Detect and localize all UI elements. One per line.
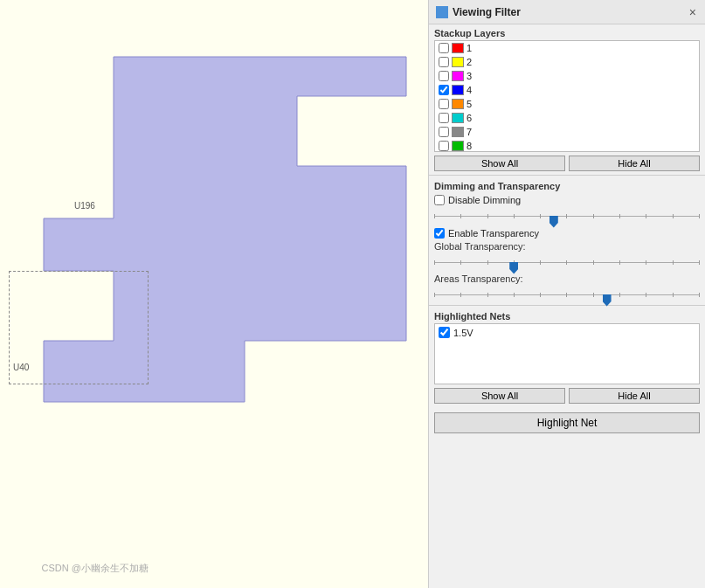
global-transparency-label: Global Transparency: [429, 240, 705, 253]
areas-transparency-label: Areas Transparency: [429, 273, 705, 286]
pcb-svg [0, 0, 428, 507]
enable-transparency-checkbox[interactable] [434, 228, 445, 239]
layer-item: 6 [435, 111, 699, 125]
areas-transparency-slider[interactable] [434, 287, 700, 301]
enable-transparency-label: Enable Transparency [448, 228, 539, 239]
disable-dimming-row: Disable Dimming [429, 193, 705, 207]
layer-item: 2 [435, 55, 699, 69]
stackup-section: Stackup Layers 12345678 Show All Hide Al… [429, 24, 705, 175]
panel-header: Viewing Filter × [429, 0, 705, 24]
layer-name-1: 1 [467, 43, 472, 53]
nets-btn-row: Show All Hide All [429, 384, 705, 407]
layer-color-1 [452, 43, 464, 53]
layer-name-6: 6 [467, 113, 472, 123]
layer-color-3 [452, 71, 464, 81]
layer-name-8: 8 [467, 141, 472, 151]
layer-checkbox-8[interactable] [439, 141, 449, 151]
layer-checkbox-1[interactable] [439, 43, 449, 53]
stackup-btn-row: Show All Hide All [429, 152, 705, 175]
filter-icon [436, 6, 448, 18]
layer-color-6 [452, 113, 464, 123]
stackup-section-label: Stackup Layers [429, 24, 705, 40]
layer-color-5 [452, 99, 464, 109]
net-name-1.5V: 1.5V [453, 328, 473, 338]
layer-name-2: 2 [467, 57, 472, 67]
layer-checkbox-5[interactable] [439, 99, 449, 109]
layers-list[interactable]: 12345678 [434, 40, 700, 152]
highlighted-nets-label: Highlighted Nets [429, 308, 705, 323]
stackup-show-all-button[interactable]: Show All [434, 156, 565, 171]
dimming-section-label: Dimming and Transparency [429, 177, 705, 193]
layer-item: 7 [435, 125, 699, 139]
stackup-hide-all-button[interactable]: Hide All [569, 156, 700, 171]
layer-name-5: 5 [467, 99, 472, 109]
panel-title-area: Viewing Filter [436, 6, 521, 18]
slider-line-1 [434, 216, 700, 217]
layer-checkbox-7[interactable] [439, 127, 449, 137]
slider-ticks-1 [434, 214, 700, 218]
global-transparency-slider-container [429, 253, 705, 273]
layer-checkbox-2[interactable] [439, 57, 449, 67]
panel-title: Viewing Filter [453, 6, 521, 18]
layer-checkbox-4[interactable] [439, 85, 449, 95]
layer-item: 1 [435, 41, 699, 55]
viewing-filter-panel: Viewing Filter × Stackup Layers 12345678… [428, 0, 705, 588]
highlighted-nets-section: Highlighted Nets 1.5V Show All Hide All … [429, 305, 705, 433]
global-transparency-slider[interactable] [434, 255, 700, 269]
layer-item: 3 [435, 69, 699, 83]
highlight-net-button[interactable]: Highlight Net [434, 412, 700, 433]
watermark: CSDN @小幽余生不加糖 [42, 562, 149, 575]
layer-color-8 [452, 141, 464, 151]
areas-transparency-slider-container [429, 286, 705, 305]
label-u196: U196 [74, 201, 95, 211]
dimming-slider[interactable] [434, 209, 700, 223]
disable-dimming-label: Disable Dimming [448, 195, 521, 205]
layer-checkbox-6[interactable] [439, 113, 449, 123]
layer-name-7: 7 [467, 127, 472, 137]
net-checkbox-1.5V[interactable] [439, 327, 450, 338]
layer-color-7 [452, 127, 464, 137]
layer-item: 5 [435, 97, 699, 111]
disable-dimming-checkbox[interactable] [434, 195, 445, 205]
layer-name-3: 3 [467, 71, 472, 81]
nets-list[interactable]: 1.5V [434, 323, 700, 384]
close-button[interactable]: × [688, 6, 698, 18]
dimming-slider-container [429, 207, 705, 226]
slider-ticks-2 [434, 260, 700, 265]
slider-line-3 [434, 294, 700, 295]
layer-color-4 [452, 85, 464, 95]
slider-line-2 [434, 262, 700, 263]
nets-hide-all-button[interactable]: Hide All [569, 388, 700, 404]
selection-box [9, 271, 149, 384]
dimming-section: Dimming and Transparency Disable Dimming [429, 175, 705, 305]
layer-item: 8 [435, 139, 699, 152]
layer-checkbox-3[interactable] [439, 71, 449, 81]
layer-color-2 [452, 57, 464, 67]
slider-ticks-3 [434, 293, 700, 297]
nets-show-all-button[interactable]: Show All [434, 388, 565, 404]
canvas-area: U196 U40 CSDN @小幽余生不加糖 [0, 0, 428, 588]
net-item: 1.5V [437, 326, 697, 339]
layer-name-4: 4 [467, 85, 472, 95]
layer-item: 4 [435, 83, 699, 97]
enable-transparency-row: Enable Transparency [429, 226, 705, 240]
